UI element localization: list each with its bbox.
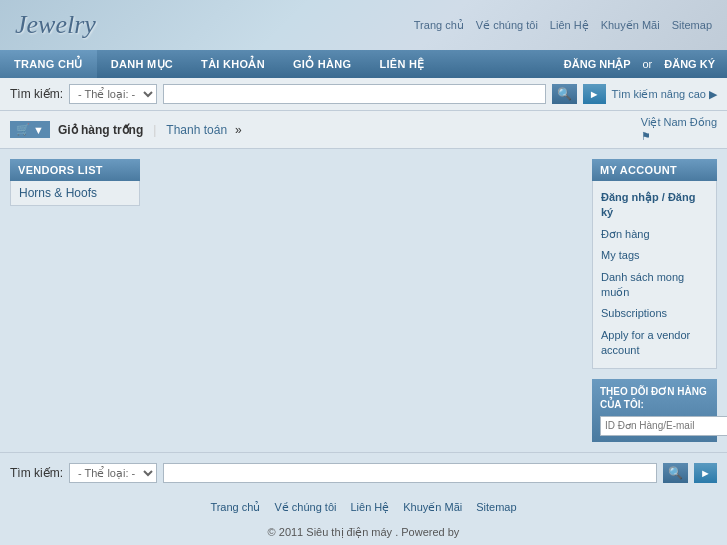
top-nav: Trang chủ Về chúng tôi Liên Hệ Khuyến Mã… [414, 19, 712, 32]
currency-flag-icon: ⚑ [641, 130, 651, 142]
search-label: Tìm kiếm: [10, 87, 63, 101]
advanced-search-button[interactable]: ► [583, 84, 606, 104]
left-sidebar: VENDORS LIST Horns & Hoofs [10, 159, 140, 442]
account-login-register[interactable]: Đăng nhập / Đăng ký [601, 187, 708, 224]
track-order-input[interactable] [600, 416, 727, 436]
nav-auth-divider: or [642, 50, 652, 78]
bottom-search-category-select[interactable]: - Thể loại: - [69, 463, 157, 483]
bottom-arrow-icon: ► [700, 467, 711, 479]
main-layout: VENDORS LIST Horns & Hoofs MY ACCOUNT Đă… [0, 149, 727, 452]
arrow-right-icon: ► [589, 88, 600, 100]
footer-contact[interactable]: Liên Hệ [350, 501, 389, 514]
footer-nav: Trang chủ Về chúng tôi Liên Hệ Khuyến Mã… [0, 493, 727, 522]
top-nav-sitemap[interactable]: Sitemap [672, 19, 712, 32]
checkout-link[interactable]: Thanh toán [166, 123, 227, 137]
footer-sitemap[interactable]: Sitemap [476, 501, 516, 514]
account-orders[interactable]: Đơn hàng [601, 224, 708, 245]
footer-promo[interactable]: Khuyến Mãi [403, 501, 462, 514]
cart-empty-label: Giỏ hàng trống [58, 123, 143, 137]
track-order-box: THEO DÕI ĐƠN HÀNG CỦA TÔI: ► [592, 379, 717, 442]
nav-item-contact[interactable]: LIÊN HỆ [365, 50, 438, 78]
cart-left: 🛒 ▼ Giỏ hàng trống | Thanh toán » [10, 121, 242, 138]
my-account-content: Đăng nhập / Đăng ký Đơn hàng My tags Dan… [592, 181, 717, 369]
account-wishlist[interactable]: Danh sách mong muốn [601, 267, 708, 304]
bottom-search-label: Tìm kiếm: [10, 466, 63, 480]
search-bar: Tìm kiếm: - Thể loại: - 🔍 ► Tìm kiếm nân… [0, 78, 727, 111]
top-nav-promo[interactable]: Khuyến Mãi [601, 19, 660, 32]
bottom-search-button[interactable]: 🔍 [663, 463, 688, 483]
checkout-arrow: » [235, 123, 242, 137]
nav-item-cart[interactable]: GIỎ HÀNG [279, 50, 365, 78]
cart-icon-button[interactable]: 🛒 ▼ [10, 121, 50, 138]
footer-copyright: © 2011 Siêu thị điện máy . Powered by [0, 522, 727, 545]
currency-label: Việt Nam Đồng [641, 116, 717, 129]
top-nav-home[interactable]: Trang chủ [414, 19, 464, 32]
nav-item-account[interactable]: TÀI KHOẢN [187, 50, 279, 78]
nav-item-home[interactable]: TRANG CHỦ [0, 50, 97, 78]
account-my-tags[interactable]: My tags [601, 245, 708, 266]
nav-bar: TRANG CHỦ DANH MỤC TÀI KHOẢN GIỎ HÀNG LI… [0, 50, 727, 78]
logo: Jewelry [15, 10, 96, 40]
search-button[interactable]: 🔍 [552, 84, 577, 104]
nav-right: ĐĂNG NHẬP or ĐĂNG KÝ [552, 50, 727, 78]
nav-left: TRANG CHỦ DANH MỤC TÀI KHOẢN GIỎ HÀNG LI… [0, 50, 439, 78]
advanced-search-link[interactable]: Tìm kiếm nâng cao ▶ [612, 88, 717, 101]
top-header: Jewelry Trang chủ Về chúng tôi Liên Hệ K… [0, 0, 727, 50]
search-category-select[interactable]: - Thể loại: - [69, 84, 157, 104]
account-subscriptions[interactable]: Subscriptions [601, 303, 708, 324]
my-account-header: MY ACCOUNT [592, 159, 717, 181]
bottom-search-icon: 🔍 [668, 466, 683, 480]
bottom-search-input[interactable] [163, 463, 657, 483]
search-icon: 🔍 [557, 87, 572, 101]
nav-item-category[interactable]: DANH MỤC [97, 50, 187, 78]
nav-login[interactable]: ĐĂNG NHẬP [552, 50, 643, 78]
account-vendor-apply[interactable]: Apply for a vendor account [601, 325, 708, 362]
vendor-horns-hoofs[interactable]: Horns & Hoofs [10, 181, 140, 206]
vendors-list-header: VENDORS LIST [10, 159, 140, 181]
center-content [140, 159, 592, 442]
top-nav-contact[interactable]: Liên Hệ [550, 19, 589, 32]
bottom-search-bar: Tìm kiếm: - Thể loại: - 🔍 ► [0, 452, 727, 493]
currency-selector[interactable]: Việt Nam Đồng ⚑ [641, 116, 717, 143]
cart-icon: 🛒 [16, 123, 30, 136]
track-input-row: ► [600, 416, 709, 436]
track-order-label: THEO DÕI ĐƠN HÀNG CỦA TÔI: [600, 385, 709, 411]
nav-register[interactable]: ĐĂNG KÝ [652, 50, 727, 78]
cart-dropdown-icon: ▼ [33, 124, 44, 136]
footer-about[interactable]: Về chúng tôi [274, 501, 336, 514]
cart-bar: 🛒 ▼ Giỏ hàng trống | Thanh toán » Việt N… [0, 111, 727, 149]
search-input[interactable] [163, 84, 546, 104]
right-sidebar: MY ACCOUNT Đăng nhập / Đăng ký Đơn hàng … [592, 159, 717, 442]
top-nav-about[interactable]: Về chúng tôi [476, 19, 538, 32]
bottom-advanced-search-button[interactable]: ► [694, 463, 717, 483]
footer-home[interactable]: Trang chủ [210, 501, 260, 514]
